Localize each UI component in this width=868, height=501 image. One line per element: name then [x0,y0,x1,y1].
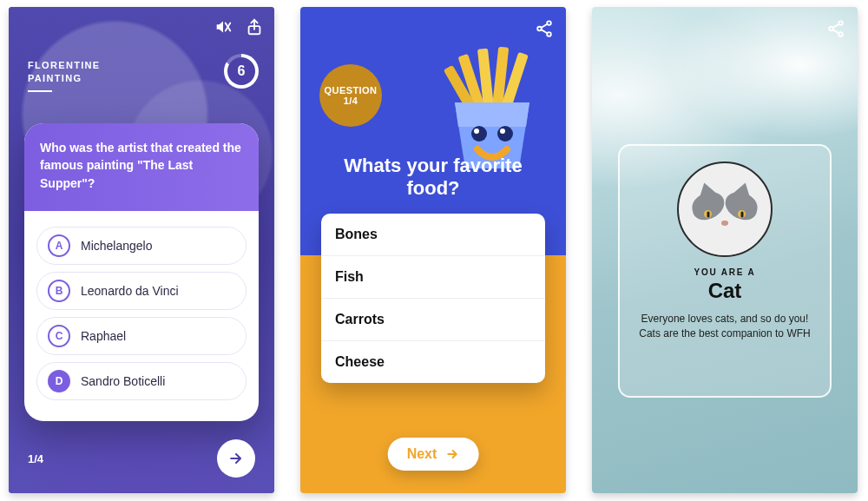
svg-line-8 [542,30,548,33]
option-c[interactable]: C Raphael [36,317,247,355]
option-label: Michelangelo [81,239,153,253]
option-fish[interactable]: Fish [321,256,545,299]
result-description: Everyone loves cats, and so do you! Cats… [639,312,810,341]
share-icon[interactable] [826,19,845,42]
timer-value: 6 [227,57,255,85]
countdown-timer: 6 [224,54,259,89]
next-button[interactable] [217,439,255,478]
svg-point-14 [471,126,487,142]
option-carrots[interactable]: Carrots [321,299,545,341]
story-quiz-art: FLORENTINE PAINTING 6 Who was the artist… [9,7,274,493]
quiz-category-line1: FLORENTINE [28,60,100,70]
svg-line-7 [542,24,548,28]
answer-options: A Michelangelo B Leonardo da Vinci C Rap… [24,211,259,421]
result-name: Cat [708,279,742,303]
next-label: Next [407,446,437,462]
question-text: Who was the artist that created the famo… [24,123,259,211]
mute-icon[interactable] [214,17,233,36]
desc-line2: Cats are the best companion to WFH [639,327,810,339]
svg-line-23 [833,30,839,33]
option-label: Sandro Boticelli [81,374,165,388]
quiz-category-line2: PAINTING [28,73,82,83]
result-avatar [677,162,773,257]
share-icon[interactable] [245,17,264,36]
svg-point-17 [500,129,505,134]
screenshot-stage: FLORENTINE PAINTING 6 Who was the artist… [0,0,868,500]
option-bones[interactable]: Bones [321,214,545,256]
answer-options: Bones Fish Carrots Cheese [321,214,545,383]
result-card: YOU ARE A Cat Everyone loves cats, and s… [618,144,832,398]
option-letter: A [48,234,70,257]
option-label: Raphael [81,329,126,343]
result-subheading: YOU ARE A [694,267,755,277]
badge-label: QUESTION [325,85,378,96]
option-cheese[interactable]: Cheese [321,341,545,383]
next-button[interactable]: Next [388,438,479,471]
question-badge: QUESTION 1/4 [319,64,382,127]
svg-line-22 [833,24,839,28]
option-letter: C [48,325,70,347]
story-quiz-food: QUESTION 1/4 Whats your favorit [300,7,566,493]
option-d[interactable]: D Sandro Boticelli [36,362,247,400]
svg-point-16 [474,129,479,134]
option-letter: D [48,370,70,392]
top-actions [214,17,264,36]
option-b[interactable]: B Leonardo da Vinci [36,272,247,310]
quiz-category: FLORENTINE PAINTING [28,59,100,92]
cat-illustration [687,179,763,255]
option-letter: B [48,280,70,302]
svg-point-15 [497,126,513,142]
option-a[interactable]: A Michelangelo [36,227,247,265]
question-text: Whats your favorite food? [300,155,566,201]
option-label: Leonardo da Vinci [81,284,179,298]
desc-line1: Everyone loves cats, and so do you! [641,313,809,325]
question-card: Who was the artist that created the famo… [24,123,259,421]
quiz-footer: 1/4 [28,439,255,478]
progress-indicator: 1/4 [28,452,43,465]
badge-progress: 1/4 [344,96,358,106]
story-quiz-result: YOU ARE A Cat Everyone loves cats, and s… [592,7,858,493]
